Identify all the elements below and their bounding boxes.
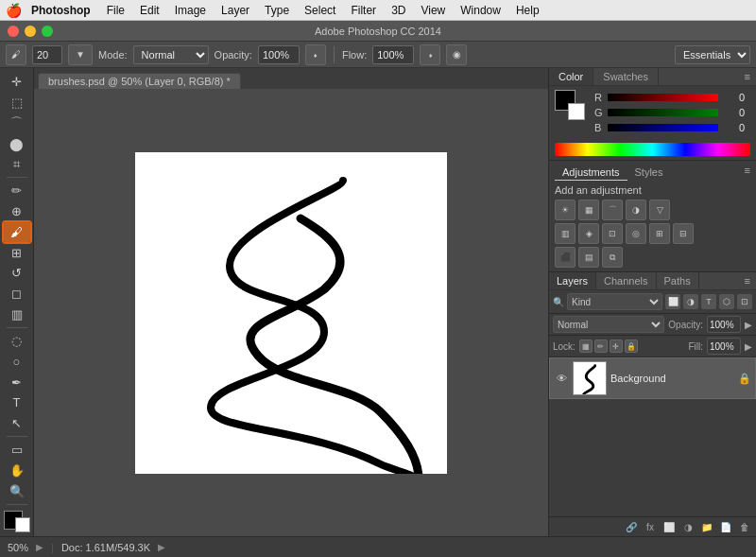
move-tool[interactable]: ✛ bbox=[4, 72, 30, 92]
color-panel-menu[interactable]: ≡ bbox=[739, 68, 756, 85]
new-adjustment-icon[interactable]: ◑ bbox=[680, 519, 696, 534]
minimize-button[interactable] bbox=[25, 26, 36, 37]
eyedropper-tool[interactable]: ✏ bbox=[4, 181, 30, 200]
menu-layer[interactable]: Layer bbox=[215, 3, 256, 18]
marquee-tool[interactable]: ⬚ bbox=[4, 93, 30, 113]
opacity-input[interactable] bbox=[258, 45, 300, 64]
colorbalance-adj[interactable]: ◈ bbox=[578, 223, 599, 244]
brush-preset-icon[interactable]: ▼ bbox=[68, 44, 93, 65]
mode-select[interactable]: Normal bbox=[133, 45, 209, 64]
doc-arrow[interactable]: ▶ bbox=[158, 542, 165, 552]
shape-tool[interactable]: ▭ bbox=[4, 440, 30, 460]
tab-adjustments[interactable]: Adjustments bbox=[555, 165, 627, 181]
zoom-tool[interactable]: 🔍 bbox=[4, 481, 30, 501]
path-select-tool[interactable]: ↖ bbox=[4, 413, 30, 433]
g-slider[interactable] bbox=[608, 109, 718, 116]
crop-tool[interactable]: ⌗ bbox=[4, 154, 30, 174]
channelmixer-adj[interactable]: ⊞ bbox=[649, 223, 670, 244]
blur-tool[interactable]: ◌ bbox=[4, 331, 30, 351]
brush-size-input[interactable] bbox=[32, 45, 62, 64]
layer-visibility-icon[interactable]: 👁 bbox=[554, 371, 569, 386]
menu-help[interactable]: Help bbox=[509, 3, 546, 18]
delete-layer-icon[interactable]: 🗑 bbox=[737, 519, 752, 534]
color-spectrum[interactable] bbox=[555, 143, 750, 156]
lock-transparent-icon[interactable]: ▦ bbox=[579, 339, 593, 353]
drawing-canvas[interactable] bbox=[135, 152, 447, 474]
clone-tool[interactable]: ⊞ bbox=[4, 243, 30, 263]
add-mask-icon[interactable]: ⬜ bbox=[662, 519, 677, 534]
menu-select[interactable]: Select bbox=[298, 3, 342, 18]
bw-adj[interactable]: ⊡ bbox=[602, 223, 623, 244]
blend-mode-select[interactable]: Normal bbox=[553, 316, 664, 333]
quick-select-tool[interactable]: ⬤ bbox=[4, 134, 30, 154]
photofilter-adj[interactable]: ◎ bbox=[626, 223, 646, 244]
menu-window[interactable]: Window bbox=[454, 3, 507, 18]
menu-view[interactable]: View bbox=[414, 3, 452, 18]
canvas[interactable] bbox=[135, 152, 447, 474]
close-button[interactable] bbox=[8, 26, 19, 37]
workspace-select[interactable]: Essentials bbox=[675, 45, 750, 64]
document-tab[interactable]: brushes.psd @ 50% (Layer 0, RGB/8) * bbox=[38, 73, 241, 89]
tab-styles[interactable]: Styles bbox=[627, 165, 671, 181]
opacity-input[interactable] bbox=[707, 316, 741, 333]
invert-adj[interactable]: ⬛ bbox=[555, 247, 576, 268]
exposure-adj[interactable]: ◑ bbox=[626, 200, 646, 220]
tab-color[interactable]: Color bbox=[549, 68, 593, 85]
menu-file[interactable]: File bbox=[100, 3, 131, 18]
new-group-icon[interactable]: 📁 bbox=[699, 519, 714, 534]
filter-type-icon[interactable]: T bbox=[701, 294, 716, 309]
b-slider[interactable] bbox=[608, 124, 718, 131]
menu-image[interactable]: Image bbox=[168, 3, 213, 18]
lasso-tool[interactable]: ⌒ bbox=[4, 113, 30, 133]
brush-tool[interactable]: 🖌 bbox=[4, 222, 30, 242]
link-layers-icon[interactable]: 🔗 bbox=[624, 519, 639, 534]
tab-swatches[interactable]: Swatches bbox=[593, 68, 659, 85]
levels-adj[interactable]: ▦ bbox=[578, 200, 599, 220]
adjustments-menu[interactable]: ≡ bbox=[745, 165, 750, 181]
apple-menu[interactable]: 🍎 bbox=[6, 3, 22, 18]
menu-filter[interactable]: Filter bbox=[344, 3, 383, 18]
tab-paths[interactable]: Paths bbox=[657, 272, 699, 289]
layer-item-background[interactable]: 👁 Background 🔒 bbox=[549, 357, 756, 399]
menu-type[interactable]: Type bbox=[258, 3, 296, 18]
flow-input[interactable] bbox=[372, 45, 414, 64]
hand-tool[interactable]: ✋ bbox=[4, 461, 30, 480]
tab-layers[interactable]: Layers bbox=[549, 272, 596, 289]
zoom-arrow[interactable]: ▶ bbox=[36, 542, 43, 552]
heal-tool[interactable]: ⊕ bbox=[4, 201, 30, 221]
menu-edit[interactable]: Edit bbox=[133, 3, 166, 18]
tab-channels[interactable]: Channels bbox=[596, 272, 656, 289]
lock-pixels-icon[interactable]: ✏ bbox=[594, 339, 608, 353]
dodge-tool[interactable]: ○ bbox=[4, 352, 30, 372]
filter-adjustment-icon[interactable]: ◑ bbox=[683, 294, 698, 309]
layers-panel-menu[interactable]: ≡ bbox=[739, 272, 756, 289]
curves-adj[interactable]: ⌒ bbox=[602, 200, 623, 220]
pressure-opacity-icon[interactable]: ⬧ bbox=[305, 44, 326, 65]
gradient-tool[interactable]: ▥ bbox=[4, 305, 30, 324]
canvas-wrapper[interactable] bbox=[34, 89, 548, 536]
type-tool[interactable]: T bbox=[4, 392, 30, 412]
background-swatch[interactable] bbox=[568, 103, 585, 120]
colorlookup-adj[interactable]: ⊟ bbox=[673, 223, 694, 244]
fill-arrow[interactable]: ▶ bbox=[745, 341, 752, 352]
maximize-button[interactable] bbox=[42, 26, 53, 37]
background-color[interactable] bbox=[15, 517, 30, 532]
hsl-adj[interactable]: ▥ bbox=[555, 223, 576, 244]
threshold-adj[interactable]: ⧉ bbox=[602, 247, 623, 268]
pressure-flow-icon[interactable]: ⬧ bbox=[420, 44, 440, 65]
filter-shape-icon[interactable]: ⬡ bbox=[719, 294, 734, 309]
filter-smart-icon[interactable]: ⊡ bbox=[737, 294, 752, 309]
pen-tool[interactable]: ✒ bbox=[4, 373, 30, 392]
new-layer-icon[interactable]: 📄 bbox=[718, 519, 733, 534]
brightness-adj[interactable]: ☀ bbox=[555, 200, 576, 220]
menu-3d[interactable]: 3D bbox=[385, 3, 412, 18]
color-picker-swatch[interactable] bbox=[555, 90, 585, 120]
layer-kind-filter[interactable]: Kind bbox=[567, 293, 662, 310]
eraser-tool[interactable]: ◻ bbox=[4, 284, 30, 304]
filter-pixel-icon[interactable]: ⬜ bbox=[665, 294, 680, 309]
lock-position-icon[interactable]: ✛ bbox=[610, 339, 623, 353]
posterize-adj[interactable]: ▤ bbox=[578, 247, 599, 268]
add-style-icon[interactable]: fx bbox=[643, 519, 658, 534]
opacity-arrow[interactable]: ▶ bbox=[745, 320, 752, 330]
vibrance-adj[interactable]: ▽ bbox=[649, 200, 670, 220]
